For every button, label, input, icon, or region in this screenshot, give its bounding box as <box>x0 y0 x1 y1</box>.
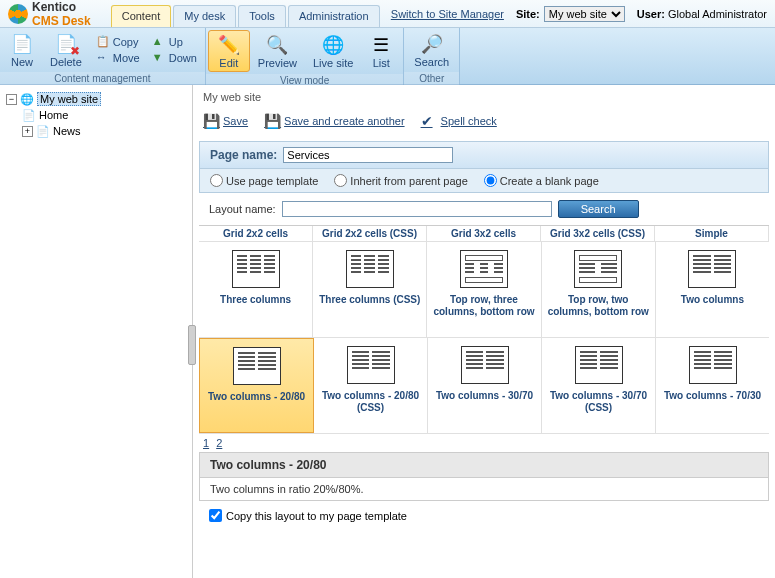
copy-label: Copy this layout to my page template <box>226 510 407 522</box>
page-icon: 📄 <box>36 124 50 138</box>
save-icon: 💾 <box>203 113 219 129</box>
layout-cell[interactable]: Two columns - 20/80 (CSS) <box>314 338 428 433</box>
copy-checkbox[interactable] <box>209 509 222 522</box>
expand-icon[interactable]: + <box>22 126 33 137</box>
opt-blank[interactable]: Create a blank page <box>484 174 599 187</box>
page-name-input[interactable] <box>283 147 453 163</box>
tree-panel: − 🌐 My web site 📄 Home + 📄 News <box>0 85 193 578</box>
delete-icon: 📄✖ <box>54 32 78 56</box>
layout-grid: Grid 2x2 cells Grid 2x2 cells (CSS) Grid… <box>199 225 769 434</box>
layout-search-button[interactable]: Search <box>558 200 639 218</box>
opt-use-template[interactable]: Use page template <box>210 174 318 187</box>
preview-icon: 🔍 <box>265 33 289 57</box>
layout-cell[interactable]: Two columns - 70/30 <box>656 338 769 433</box>
opt-inherit[interactable]: Inherit from parent page <box>334 174 467 187</box>
site-label: Site: <box>516 8 540 20</box>
top-tabs: Content My desk Tools Administration <box>111 5 382 27</box>
copy-icon: 📋 <box>96 35 110 49</box>
search-icon: 🔎 <box>420 32 444 56</box>
pager: 1 2 <box>193 434 775 452</box>
down-button[interactable]: ▼Down <box>146 50 203 66</box>
layout-cell[interactable]: Two columns - 20/80 <box>199 338 314 433</box>
user-label: User: <box>637 8 665 20</box>
page-icon: 📄 <box>22 108 36 122</box>
grid-cell[interactable]: Grid 3x2 cells <box>427 226 541 241</box>
tab-mydesk[interactable]: My desk <box>173 5 236 27</box>
site-select[interactable]: My web site <box>544 6 625 22</box>
layout-name-input[interactable] <box>282 201 552 217</box>
switch-link[interactable]: Switch to Site Manager <box>391 8 504 20</box>
page-1[interactable]: 1 <box>203 437 209 449</box>
splitter-handle[interactable] <box>188 325 196 365</box>
page-2[interactable]: 2 <box>216 437 222 449</box>
new-icon: 📄 <box>10 32 34 56</box>
grid-cell[interactable]: Grid 3x2 cells (CSS) <box>541 226 655 241</box>
new-button[interactable]: 📄New <box>2 30 42 70</box>
save-another-button[interactable]: 💾Save and create another <box>264 113 404 129</box>
spellcheck-button[interactable]: ✔Spell check <box>421 113 497 129</box>
page-name-label: Page name: <box>210 148 277 162</box>
grid-cell[interactable]: Simple <box>655 226 769 241</box>
logo: KenticoCMS Desk <box>8 0 91 28</box>
move-icon: ↔ <box>96 51 110 65</box>
copy-button[interactable]: 📋Copy <box>90 34 146 50</box>
brand-line1: Kentico <box>32 0 76 14</box>
group-other: Other <box>404 72 459 85</box>
delete-button[interactable]: 📄✖Delete <box>42 30 90 70</box>
layout-cell[interactable]: Three columns <box>199 242 313 337</box>
tab-admin[interactable]: Administration <box>288 5 380 27</box>
globe-icon: 🌐 <box>321 33 345 57</box>
collapse-icon[interactable]: − <box>6 94 17 105</box>
spell-icon: ✔ <box>421 113 437 129</box>
edit-button[interactable]: ✏️Edit <box>208 30 250 72</box>
group-content-mgmt: Content management <box>0 72 205 85</box>
brand-line2: CMS Desk <box>32 14 91 28</box>
tree-news[interactable]: + 📄 News <box>6 123 186 139</box>
layout-cell[interactable]: Two columns <box>656 242 769 337</box>
breadcrumb: My web site <box>193 85 775 109</box>
detail-desc: Two columns in ratio 20%/80%. <box>199 478 769 501</box>
layout-cell[interactable]: Two columns - 30/70 <box>428 338 542 433</box>
move-button[interactable]: ↔Move <box>90 50 146 66</box>
layout-cell[interactable]: Three columns (CSS) <box>313 242 427 337</box>
grid-cell[interactable]: Grid 2x2 cells (CSS) <box>313 226 427 241</box>
tab-tools[interactable]: Tools <box>238 5 286 27</box>
grid-cell[interactable]: Grid 2x2 cells <box>199 226 313 241</box>
list-button[interactable]: ☰List <box>361 30 401 72</box>
livesite-button[interactable]: 🌐Live site <box>305 30 361 72</box>
down-icon: ▼ <box>152 51 166 65</box>
list-icon: ☰ <box>369 33 393 57</box>
edit-icon: ✏️ <box>217 33 241 57</box>
layout-cell[interactable]: Top row, two columns, bottom row <box>542 242 656 337</box>
template-options: Use page template Inherit from parent pa… <box>199 169 769 193</box>
detail-title: Two columns - 20/80 <box>199 452 769 478</box>
page-name-bar: Page name: <box>199 141 769 169</box>
save-plus-icon: 💾 <box>264 113 280 129</box>
layout-name-label: Layout name: <box>209 203 276 215</box>
search-ribbon-button[interactable]: 🔎Search <box>406 30 457 70</box>
layout-cell[interactable]: Top row, three columns, bottom row <box>427 242 541 337</box>
globe-icon: 🌐 <box>20 92 34 106</box>
tree-root[interactable]: − 🌐 My web site <box>6 91 186 107</box>
logo-icon <box>8 4 28 24</box>
layout-cell[interactable]: Two columns - 30/70 (CSS) <box>542 338 656 433</box>
up-icon: ▲ <box>152 35 166 49</box>
save-button[interactable]: 💾Save <box>203 113 248 129</box>
tab-content[interactable]: Content <box>111 5 172 27</box>
user-value: Global Administrator <box>668 8 767 20</box>
up-button[interactable]: ▲Up <box>146 34 203 50</box>
tree-home[interactable]: 📄 Home <box>6 107 186 123</box>
preview-button[interactable]: 🔍Preview <box>250 30 305 72</box>
